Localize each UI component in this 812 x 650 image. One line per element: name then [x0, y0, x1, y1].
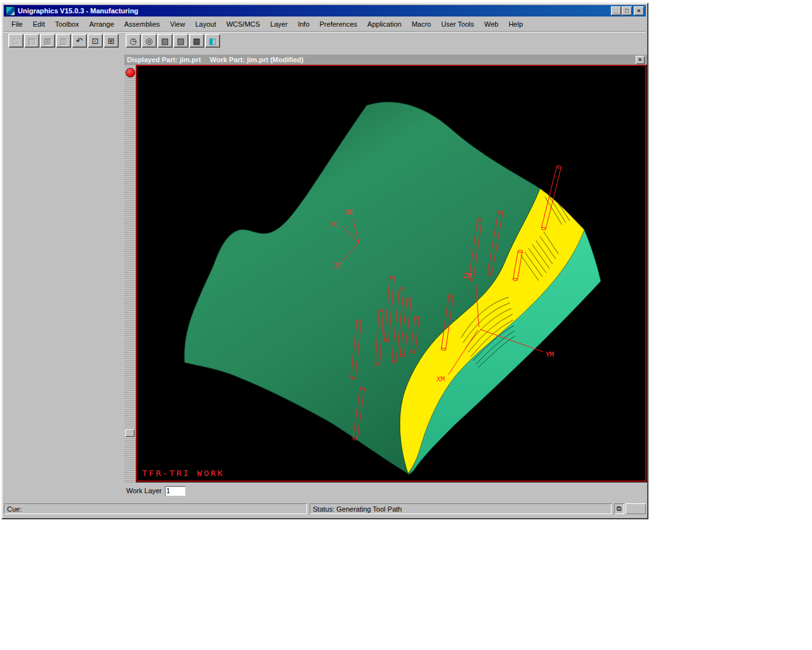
viewport-scrollbar[interactable] [124, 65, 136, 482]
cue-field: Cue: [4, 503, 307, 514]
status-field: Status: Generating Tool Path [310, 503, 612, 514]
status-mini-button[interactable]: ⧉ [614, 503, 624, 514]
graphics-window: Displayed Part: jim.prt Work Part: jim.p… [124, 55, 647, 482]
menu-item-web[interactable]: Web [479, 18, 503, 30]
minimize-button[interactable]: _ [611, 6, 621, 15]
menu-item-layer[interactable]: Layer [265, 18, 293, 30]
scrollbar-thumb[interactable] [125, 429, 134, 437]
save-icon: ▦ [44, 36, 51, 46]
menu-item-view[interactable]: View [165, 18, 190, 30]
menu-item-file[interactable]: File [6, 18, 28, 30]
menu-item-application[interactable]: Application [362, 18, 407, 30]
new-document-icon: □ [13, 36, 18, 46]
toolbar-button-view-3[interactable]: ▩ [189, 34, 204, 48]
wcs-x-label: XC [345, 208, 353, 216]
toolbar-button-view-1[interactable]: ▧ [157, 34, 173, 48]
menu-item-macro[interactable]: Macro [407, 18, 436, 30]
hidden-line-view-icon: ▨ [177, 36, 185, 46]
work-layer-label: Work Layer [126, 487, 162, 494]
toolbar-button-new: □ [8, 34, 23, 48]
toolbar-button-clock[interactable]: ◷ [126, 34, 141, 48]
shaded-cube-icon: ◧ [209, 36, 216, 46]
wcs-y-label: YC [330, 220, 338, 229]
fit-view-icon: ⊞ [108, 36, 115, 46]
mcs-z-label: ZM [463, 272, 472, 280]
work-layer-row: Work Layer [126, 484, 185, 497]
toolbar-button-undo[interactable]: ↶ [72, 34, 87, 48]
menu-item-toolbox[interactable]: Toolbox [50, 18, 84, 30]
mcs-x-label: XM [436, 375, 445, 383]
stop-button[interactable] [126, 68, 135, 77]
work-layer-input[interactable] [165, 486, 185, 496]
graphics-viewport[interactable]: XC YC ZC ZM YM XM TFR-TRI WORK [136, 65, 647, 482]
menu-item-assemblies[interactable]: Assemblies [119, 18, 165, 30]
toolbar-button-print: ▥ [56, 34, 71, 48]
target-icon: ◎ [145, 36, 152, 46]
toolbar-button-target[interactable]: ◎ [141, 34, 157, 48]
undo-icon: ↶ [76, 36, 83, 46]
menu-item-edit[interactable]: Edit [28, 18, 50, 30]
cue-label: Cue: [7, 505, 22, 513]
open-folder-icon: ▤ [28, 36, 36, 46]
app-window: Unigraphics V15.0.3 - Manufacturing _ □ … [1, 3, 648, 519]
menu-item-arrange[interactable]: Arrange [84, 18, 119, 30]
menu-item-preferences[interactable]: Preferences [315, 18, 362, 30]
toolbar-button-shaded-view[interactable]: ◧ [205, 34, 220, 48]
status-bar: Cue: Status: Generating Tool Path ⧉ [4, 502, 646, 515]
menu-item-wcs-mcs[interactable]: WCS/MCS [221, 18, 265, 30]
close-button[interactable]: × [634, 6, 644, 15]
menu-item-info[interactable]: Info [292, 18, 314, 30]
graphics-close-button[interactable]: × [636, 56, 645, 64]
toolbar-button-zoom[interactable]: ⊡ [88, 34, 103, 48]
left-panel [4, 51, 124, 498]
maximize-button[interactable]: □ [622, 6, 632, 15]
wireframe-view-icon: ▧ [161, 36, 169, 46]
toolbar-button-view-2[interactable]: ▨ [173, 34, 188, 48]
menu-item-user-tools[interactable]: User Tools [436, 18, 479, 30]
app-icon [6, 6, 15, 16]
view-annotation: TFR-TRI WORK [142, 468, 225, 478]
menu-bar: File Edit Toolbox Arrange Assemblies Vie… [4, 17, 646, 30]
top-view-icon: ▩ [193, 36, 200, 46]
window-title: Unigraphics V15.0.3 - Manufacturing [18, 7, 138, 15]
wcs-z-label: ZC [334, 262, 342, 270]
status-blank [625, 503, 646, 514]
toolbar-button-save: ▦ [40, 34, 55, 48]
menu-item-help[interactable]: Help [504, 18, 528, 30]
status-text: Status: Generating Tool Path [313, 505, 402, 513]
displayed-part-label: Displayed Part: jim.prt [127, 56, 201, 63]
clip-icon: ⧉ [617, 505, 622, 513]
graphics-window-header[interactable]: Displayed Part: jim.prt Work Part: jim.p… [124, 55, 647, 65]
toolbar: □ ▤ ▦ ▥ ↶ ⊡ ⊞ ◷ ◎ ▧ ▨ ▩ ◧ [4, 31, 646, 50]
zoom-icon: ⊡ [92, 36, 99, 46]
print-icon: ▥ [60, 36, 67, 46]
toolbar-button-fit-view[interactable]: ⊞ [103, 34, 119, 48]
work-part-label: Work Part: jim.prt (Modified) [210, 56, 304, 63]
title-bar[interactable]: Unigraphics V15.0.3 - Manufacturing _ □ … [4, 5, 646, 17]
mcs-y-label: YM [546, 350, 554, 359]
menu-item-layout[interactable]: Layout [190, 18, 221, 30]
toolbar-button-open: ▤ [24, 34, 39, 48]
part-surface [185, 102, 540, 474]
clock-icon: ◷ [129, 36, 136, 46]
